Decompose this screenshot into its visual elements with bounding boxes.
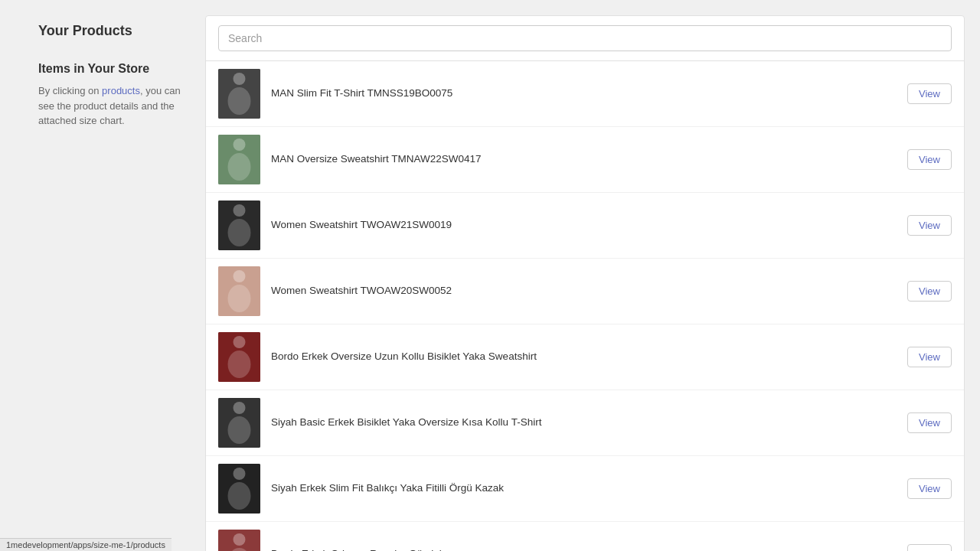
- product-thumbnail: [218, 332, 260, 382]
- svg-point-19: [234, 468, 246, 480]
- view-button[interactable]: View: [907, 478, 952, 499]
- svg-point-1: [234, 73, 246, 85]
- product-thumbnail: [218, 266, 260, 316]
- svg-point-5: [228, 153, 251, 181]
- left-panel: Your Products Items in Your Store By cli…: [0, 0, 205, 551]
- products-link[interactable]: products: [102, 85, 140, 96]
- svg-point-20: [228, 482, 251, 510]
- list-item: MAN Slim Fit T-Shirt TMNSS19BO0075 View: [206, 61, 964, 127]
- status-bar: 1medevelopment/apps/size-me-1/products: [0, 538, 172, 551]
- list-item: Bordo Erkek Oduncu Regular Gömlek View: [206, 522, 964, 551]
- product-name: MAN Slim Fit T-Shirt TMNSS19BO0075: [271, 86, 897, 101]
- svg-point-17: [228, 416, 251, 444]
- product-thumbnail: [218, 201, 260, 250]
- search-input[interactable]: [218, 25, 952, 51]
- view-button[interactable]: View: [907, 347, 952, 367]
- view-button[interactable]: View: [907, 412, 952, 433]
- view-button[interactable]: View: [907, 215, 952, 236]
- product-thumbnail: [218, 530, 260, 551]
- list-item: Siyah Erkek Slim Fit Balıkçı Yaka Fitill…: [206, 456, 964, 522]
- product-list-container: MAN Slim Fit T-Shirt TMNSS19BO0075 View …: [205, 15, 965, 551]
- svg-point-2: [228, 87, 251, 115]
- product-name: MAN Oversize Sweatshirt TMNAW22SW0417: [271, 152, 897, 167]
- list-item: Bordo Erkek Oversize Uzun Kollu Bisiklet…: [206, 324, 964, 390]
- svg-point-14: [228, 350, 251, 378]
- svg-point-4: [234, 139, 246, 151]
- view-button[interactable]: View: [907, 149, 952, 170]
- product-thumbnail: [218, 69, 260, 119]
- svg-point-22: [234, 533, 246, 546]
- product-list: MAN Slim Fit T-Shirt TMNSS19BO0075 View …: [206, 61, 964, 551]
- list-item: Siyah Basic Erkek Bisiklet Yaka Oversize…: [206, 390, 964, 456]
- list-item: Women Sweatshirt TWOAW20SW0052 View: [206, 259, 964, 324]
- svg-point-16: [234, 402, 246, 414]
- section-description: By clicking on products, you can see the…: [38, 83, 182, 129]
- page-title: Your Products: [38, 23, 182, 39]
- svg-point-11: [228, 285, 251, 312]
- section-title: Items in Your Store: [38, 62, 182, 76]
- search-container: [206, 16, 964, 61]
- view-button[interactable]: View: [907, 83, 952, 104]
- right-panel: MAN Slim Fit T-Shirt TMNSS19BO0075 View …: [205, 0, 980, 551]
- view-button[interactable]: View: [907, 281, 952, 302]
- product-name: Siyah Erkek Slim Fit Balıkçı Yaka Fitill…: [271, 481, 897, 496]
- list-item: Women Sweatshirt TWOAW21SW0019 View: [206, 193, 964, 259]
- view-button[interactable]: View: [907, 544, 952, 551]
- product-name: Women Sweatshirt TWOAW21SW0019: [271, 218, 897, 233]
- product-name: Siyah Basic Erkek Bisiklet Yaka Oversize…: [271, 416, 897, 430]
- svg-point-10: [234, 270, 246, 282]
- product-thumbnail: [218, 464, 260, 514]
- svg-point-7: [234, 204, 246, 217]
- list-item: MAN Oversize Sweatshirt TMNAW22SW0417 Vi…: [206, 127, 964, 193]
- product-name: Bordo Erkek Oduncu Regular Gömlek: [271, 547, 897, 551]
- status-url: 1medevelopment/apps/size-me-1/products: [6, 540, 165, 549]
- product-thumbnail: [218, 398, 260, 448]
- svg-point-8: [228, 219, 251, 246]
- svg-point-13: [234, 336, 246, 348]
- product-name: Women Sweatshirt TWOAW20SW0052: [271, 284, 897, 298]
- product-thumbnail: [218, 135, 260, 184]
- product-name: Bordo Erkek Oversize Uzun Kollu Bisiklet…: [271, 350, 897, 364]
